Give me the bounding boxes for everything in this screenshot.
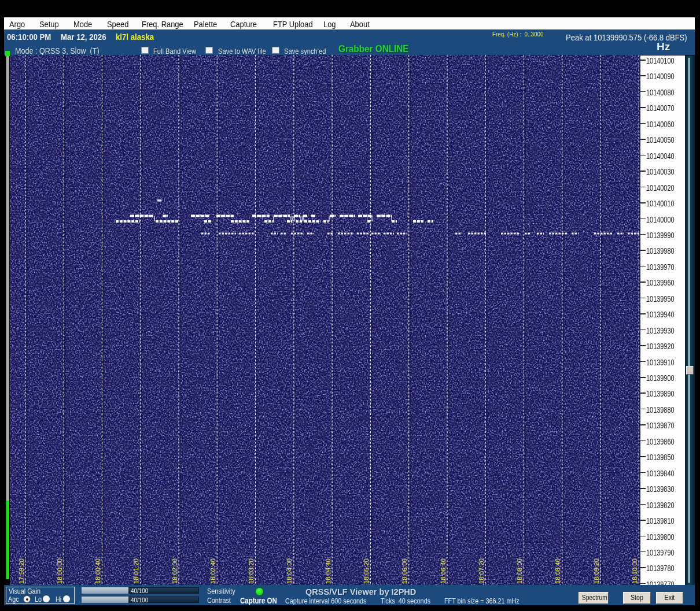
svg-text:18:02:00: 18:02:00: [171, 558, 178, 584]
svg-text:18:04:00: 18:04:00: [286, 558, 293, 584]
svg-text:18:03:20: 18:03:20: [248, 558, 255, 584]
svg-text:18:06:40: 18:06:40: [440, 558, 447, 584]
svg-text:18:08:40: 18:08:40: [554, 558, 561, 584]
svg-text:17:59:20: 17:59:20: [18, 558, 25, 584]
svg-text:18:01:20: 18:01:20: [132, 558, 139, 584]
svg-text:18:06:00: 18:06:00: [401, 558, 408, 584]
svg-text:18:00:40: 18:00:40: [94, 558, 101, 584]
svg-text:18:10:00: 18:10:00: [631, 558, 638, 584]
svg-text:18:05:20: 18:05:20: [363, 558, 370, 584]
svg-text:18:02:40: 18:02:40: [209, 558, 216, 584]
svg-text:18:04:40: 18:04:40: [325, 558, 331, 584]
svg-text:18:09:20: 18:09:20: [593, 558, 600, 584]
svg-text:18:00:00: 18:00:00: [56, 558, 63, 584]
svg-text:18:07:20: 18:07:20: [478, 558, 485, 584]
svg-text:18:08:00: 18:08:00: [516, 558, 523, 584]
